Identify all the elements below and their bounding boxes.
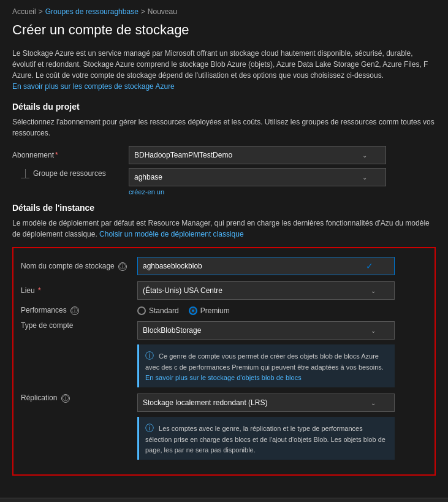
footer-bar: Vérifier + créer < Précédent Suivant Mis… bbox=[0, 498, 448, 502]
perf-info-icon[interactable]: ⓘ bbox=[70, 306, 79, 315]
breadcrumb-sep1: > bbox=[39, 7, 43, 16]
nom-row: Nom du compte de stockage ⓘ aghbaseblock… bbox=[21, 257, 427, 275]
nom-checkmark-icon: ✓ bbox=[366, 261, 373, 271]
abonnement-field: BDHadoopTeamPMTestDemo ⌄ bbox=[129, 146, 436, 164]
breadcrumb-groupes-text[interactable]: Groupes de ressouraghbase bbox=[45, 7, 139, 16]
type-info-icon: ⓘ bbox=[145, 351, 154, 360]
nom-field: aghbaseblockblob ✓ bbox=[137, 257, 427, 275]
type-field: BlockBlobStorage ⌄ ⓘ Ce genre de compte … bbox=[137, 321, 427, 387]
abonnement-label: Abonnement* bbox=[12, 151, 129, 159]
nom-input[interactable]: aghbaseblockblob ✓ bbox=[137, 257, 395, 275]
lieu-label: Lieu * bbox=[21, 286, 137, 295]
lieu-row: Lieu * (États-Unis) USA Centre ⌄ bbox=[21, 281, 427, 300]
deployment-link[interactable]: Choisir un modèle de déploiement classiq… bbox=[99, 230, 243, 238]
groupe-chevron-icon: ⌄ bbox=[362, 174, 367, 181]
standard-radio[interactable] bbox=[137, 306, 146, 315]
instance-details-title: Détails de l'instance bbox=[12, 203, 436, 213]
replication-dropdown[interactable]: Stockage localement redondant (LRS) ⌄ bbox=[137, 394, 395, 412]
standard-label: Standard bbox=[149, 306, 179, 315]
type-info-link[interactable]: En savoir plus sur le stockage d'objets … bbox=[145, 374, 302, 381]
abonnement-dropdown[interactable]: BDHadoopTeamPMTestDemo ⌄ bbox=[129, 146, 386, 164]
replication-chevron-icon: ⌄ bbox=[371, 400, 376, 406]
abonnement-row: Abonnement* BDHadoopTeamPMTestDemo ⌄ bbox=[12, 146, 436, 164]
abonnement-chevron-icon: ⌄ bbox=[362, 152, 367, 159]
project-details-title: Détails du projet bbox=[12, 102, 436, 112]
nom-info-icon[interactable]: ⓘ bbox=[118, 262, 127, 271]
replication-info-icon[interactable]: ⓘ bbox=[61, 394, 70, 403]
replication-info-icon-blue: ⓘ bbox=[145, 423, 154, 433]
project-sub-text: Sélectionnez l'abonnement pour gérer les… bbox=[12, 116, 436, 139]
breadcrumb-accueil[interactable]: Accueil bbox=[12, 7, 36, 16]
premium-radio[interactable] bbox=[189, 306, 197, 315]
groupe-dropdown[interactable]: aghbase ⌄ bbox=[129, 168, 386, 186]
lieu-dropdown[interactable]: (États-Unis) USA Centre ⌄ bbox=[137, 281, 395, 300]
instance-form-box: Nom du compte de stockage ⓘ aghbaseblock… bbox=[12, 247, 436, 476]
replication-label: Réplication ⓘ bbox=[21, 394, 137, 403]
groupe-label: Groupe de ressources bbox=[33, 169, 106, 178]
type-label: Type de compte bbox=[21, 321, 137, 330]
premium-label: Premium bbox=[200, 306, 230, 315]
breadcrumb-sep2: > bbox=[141, 7, 145, 16]
perf-label: Performances ⓘ bbox=[21, 306, 137, 315]
description-link[interactable]: En savoir plus sur les comptes de stocka… bbox=[12, 82, 175, 91]
breadcrumb: Accueil > Groupes de ressouraghbase > No… bbox=[12, 7, 436, 16]
create-group-link[interactable]: créez-en un bbox=[129, 188, 436, 196]
perf-options: Standard Premium bbox=[137, 306, 427, 315]
perf-standard-option[interactable]: Standard bbox=[137, 306, 179, 315]
perf-premium-option[interactable]: Premium bbox=[189, 306, 230, 315]
nom-label: Nom du compte de stockage ⓘ bbox=[21, 262, 137, 271]
description-text: Le Stockage Azure est un service managé … bbox=[12, 48, 436, 92]
lieu-field: (États-Unis) USA Centre ⌄ bbox=[137, 281, 427, 300]
page-title: Créer un compte de stockage bbox=[12, 22, 436, 38]
replication-info-box: ⓘ Les comptes avec le genre, la réplicat… bbox=[137, 417, 395, 460]
replication-field: Stockage localement redondant (LRS) ⌄ ⓘ … bbox=[137, 394, 427, 460]
breadcrumb-nouveau: Nouveau bbox=[148, 7, 177, 16]
type-info-box: ⓘ Ce genre de compte vous permet de crée… bbox=[137, 344, 395, 387]
type-dropdown[interactable]: BlockBlobStorage ⌄ bbox=[137, 321, 395, 340]
instance-sub-text: Le modèle de déploiement par défaut est … bbox=[12, 218, 436, 240]
type-chevron-icon: ⌄ bbox=[371, 327, 376, 334]
lieu-chevron-icon: ⌄ bbox=[371, 287, 376, 294]
replication-row: Réplication ⓘ Stockage localement redond… bbox=[21, 394, 427, 460]
type-row: Type de compte BlockBlobStorage ⌄ ⓘ Ce g… bbox=[21, 321, 427, 387]
perf-row: Performances ⓘ Standard Premium bbox=[21, 306, 427, 315]
groupe-ressources-row: Groupe de ressources aghbase ⌄ créez-en … bbox=[12, 168, 436, 196]
groupe-field: aghbase ⌄ créez-en un bbox=[129, 168, 436, 196]
